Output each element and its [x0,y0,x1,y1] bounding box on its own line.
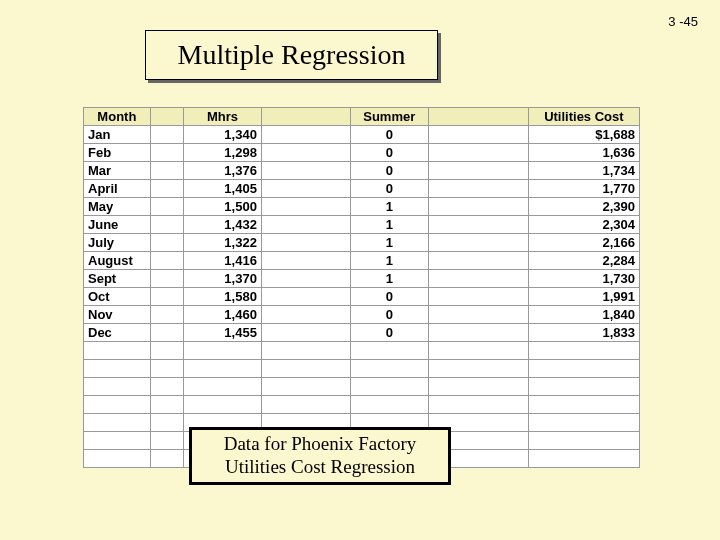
cell-spacer [150,270,183,288]
cell-month: Jan [84,126,151,144]
cell-spacer [261,162,350,180]
cell-mhrs: 1,405 [184,180,262,198]
cell-spacer [428,252,528,270]
cell-spacer [428,144,528,162]
cell-spacer [261,198,350,216]
table-row-empty [84,396,640,414]
col-mhrs: Mhrs [184,108,262,126]
cell-cost: 2,390 [528,198,639,216]
page-number: 3 -45 [668,14,698,29]
cell-cost: 1,636 [528,144,639,162]
cell-spacer [150,198,183,216]
cell-spacer [428,234,528,252]
table-row: Mar1,37601,734 [84,162,640,180]
table-row: May1,50012,390 [84,198,640,216]
cell-spacer [150,216,183,234]
cell-spacer [261,306,350,324]
cell-mhrs: 1,370 [184,270,262,288]
cell-cost: 2,166 [528,234,639,252]
table-row: Sept1,37011,730 [84,270,640,288]
table-row: Feb1,29801,636 [84,144,640,162]
cell-mhrs: 1,322 [184,234,262,252]
cell-month: Dec [84,324,151,342]
cell-spacer [150,162,183,180]
cell-spacer [261,324,350,342]
cell-summer: 1 [350,252,428,270]
cell-spacer [428,324,528,342]
cell-spacer [150,144,183,162]
cell-summer: 0 [350,162,428,180]
cell-spacer [261,180,350,198]
cell-spacer [150,126,183,144]
data-table: Month Mhrs Summer Utilities Cost Jan1,34… [83,107,640,468]
cell-summer: 1 [350,198,428,216]
table-row: Nov1,46001,840 [84,306,640,324]
table-row: April1,40501,770 [84,180,640,198]
table-row-empty [84,342,640,360]
title-box: Multiple Regression [145,30,438,80]
cell-mhrs: 1,298 [184,144,262,162]
cell-summer: 0 [350,144,428,162]
cell-summer: 1 [350,234,428,252]
table-row: June1,43212,304 [84,216,640,234]
cell-mhrs: 1,416 [184,252,262,270]
cell-summer: 0 [350,306,428,324]
cell-mhrs: 1,580 [184,288,262,306]
cell-cost: 1,833 [528,324,639,342]
table-row: Dec1,45501,833 [84,324,640,342]
cell-mhrs: 1,500 [184,198,262,216]
cell-summer: 0 [350,180,428,198]
data-table-wrap: Month Mhrs Summer Utilities Cost Jan1,34… [83,107,640,468]
cell-cost: 2,284 [528,252,639,270]
cell-spacer [150,306,183,324]
cell-spacer [261,252,350,270]
cell-month: Mar [84,162,151,180]
cell-month: Nov [84,306,151,324]
cell-month: April [84,180,151,198]
cell-mhrs: 1,340 [184,126,262,144]
cell-month: August [84,252,151,270]
cell-spacer [150,288,183,306]
cell-month: Feb [84,144,151,162]
cell-spacer [428,216,528,234]
cell-summer: 0 [350,126,428,144]
cell-cost: $1,688 [528,126,639,144]
cell-spacer [428,306,528,324]
cell-spacer [261,270,350,288]
cell-mhrs: 1,376 [184,162,262,180]
cell-spacer [150,234,183,252]
col-spacer [150,108,183,126]
table-row: August1,41612,284 [84,252,640,270]
cell-cost: 2,304 [528,216,639,234]
cell-summer: 1 [350,270,428,288]
cell-cost: 1,840 [528,306,639,324]
cell-month: July [84,234,151,252]
cell-cost: 1,730 [528,270,639,288]
table-header-row: Month Mhrs Summer Utilities Cost [84,108,640,126]
cell-mhrs: 1,432 [184,216,262,234]
col-month: Month [84,108,151,126]
cell-month: Sept [84,270,151,288]
cell-spacer [428,288,528,306]
cell-spacer [428,198,528,216]
slide-title: Multiple Regression [178,39,406,71]
cell-spacer [261,288,350,306]
table-row-empty [84,360,640,378]
cell-month: May [84,198,151,216]
cell-spacer [261,216,350,234]
caption-box: Data for Phoenix Factory Utilities Cost … [189,427,451,485]
table-row: Jan1,3400$1,688 [84,126,640,144]
cell-spacer [428,162,528,180]
col-spacer [261,108,350,126]
cell-cost: 1,770 [528,180,639,198]
cell-month: June [84,216,151,234]
cell-mhrs: 1,455 [184,324,262,342]
cell-summer: 0 [350,324,428,342]
cell-spacer [150,180,183,198]
cell-spacer [150,324,183,342]
cell-spacer [261,126,350,144]
cell-summer: 1 [350,216,428,234]
table-row-empty [84,378,640,396]
cell-spacer [428,180,528,198]
cell-spacer [261,144,350,162]
